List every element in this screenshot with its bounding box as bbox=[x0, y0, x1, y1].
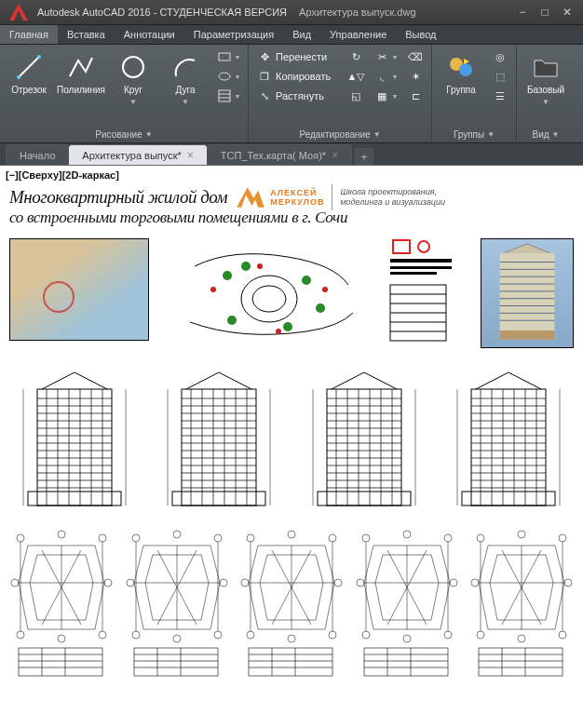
arc-icon bbox=[170, 52, 200, 82]
svg-line-0 bbox=[19, 57, 39, 77]
chevron-down-icon: ▼ bbox=[129, 98, 137, 106]
move-button[interactable]: ✥Перенести bbox=[252, 47, 342, 66]
explode-button[interactable]: ✶ bbox=[403, 67, 427, 86]
fillet-button[interactable]: ◟▾ bbox=[370, 67, 401, 86]
sheet-header: Многоквартирный жилой дом АЛЕКСЕЙМЕРКУЛО… bbox=[9, 184, 574, 210]
erase-icon: ⌫ bbox=[408, 49, 423, 64]
arc-button[interactable]: Дуга▼ bbox=[160, 47, 210, 107]
move-icon: ✥ bbox=[257, 49, 272, 64]
copy-button[interactable]: ❐Копировать bbox=[252, 67, 342, 86]
trim-icon: ✂ bbox=[374, 49, 389, 64]
group-edit-button[interactable]: ⬚ bbox=[488, 67, 512, 86]
floor-plan-1 bbox=[9, 527, 114, 685]
ungroup-button[interactable]: ◎ bbox=[488, 47, 512, 66]
group-button[interactable]: Группа bbox=[436, 47, 486, 96]
tab-view[interactable]: Вид bbox=[283, 25, 320, 44]
close-button[interactable]: ✕ bbox=[557, 4, 577, 20]
copy-icon: ❐ bbox=[257, 69, 272, 84]
chevron-down-icon: ▼ bbox=[182, 98, 189, 106]
new-tab-button[interactable]: + bbox=[355, 148, 373, 165]
hatch-button[interactable]: ▾ bbox=[212, 87, 244, 105]
app-logo-icon[interactable] bbox=[6, 2, 32, 22]
mirror-icon: ▲▽ bbox=[348, 69, 363, 84]
plans-row bbox=[9, 527, 574, 694]
svg-point-20 bbox=[322, 287, 328, 292]
line-button[interactable]: Отрезок bbox=[4, 47, 54, 96]
circle-icon bbox=[118, 52, 148, 82]
erase-button[interactable]: ⌫ bbox=[403, 47, 427, 66]
tab-document-1[interactable]: Архитектура выпуск*× bbox=[68, 144, 207, 165]
panel-draw: Отрезок Полилиния Круг▼ Дуга▼ ▾ ▾ ▾ Рисо… bbox=[0, 45, 249, 142]
tagline: Школа проектирования, моделинга и визуал… bbox=[340, 187, 461, 208]
polyline-button[interactable]: Полилиния bbox=[56, 47, 106, 96]
trim-button[interactable]: ✂▾ bbox=[370, 47, 401, 66]
stretch-button[interactable]: ⤡Растянуть bbox=[252, 87, 342, 105]
ribbon-tabs: Главная Вставка Аннотации Параметризация… bbox=[0, 24, 583, 45]
floor-plan-5 bbox=[469, 527, 574, 685]
panel-label-modify[interactable]: Редактирование▼ bbox=[252, 127, 427, 142]
floor-plan-4 bbox=[355, 527, 459, 685]
scale-button[interactable]: ◱ bbox=[344, 87, 368, 105]
elevation-4 bbox=[443, 361, 574, 515]
close-icon[interactable]: × bbox=[187, 149, 194, 162]
titlebar: Autodesk AutoCAD 2016 - СТУДЕНЧЕСКАЯ ВЕР… bbox=[0, 0, 583, 24]
rectangle-button[interactable]: ▾ bbox=[212, 47, 244, 66]
panel-label-draw[interactable]: Рисование▼ bbox=[4, 127, 244, 142]
floor-plan-2 bbox=[125, 527, 229, 685]
mirror-button[interactable]: ▲▽ bbox=[344, 67, 368, 86]
svg-point-17 bbox=[227, 316, 237, 325]
elevations-row bbox=[9, 361, 574, 519]
tab-output[interactable]: Вывод bbox=[396, 25, 445, 44]
tab-document-2[interactable]: ТСП_Тех.карта( Моя)*× bbox=[207, 144, 352, 165]
panel-view: Базовый▼ Вид▼ bbox=[517, 45, 575, 142]
legend-block bbox=[388, 238, 454, 350]
ellipse-button[interactable]: ▾ bbox=[212, 67, 244, 86]
maximize-button[interactable]: □ bbox=[535, 4, 555, 20]
tab-insert[interactable]: Вставка bbox=[58, 25, 115, 44]
svg-rect-25 bbox=[390, 259, 452, 263]
group-icon bbox=[446, 52, 476, 82]
svg-point-19 bbox=[210, 287, 216, 292]
array-button[interactable]: ▦▾ bbox=[370, 87, 401, 105]
site-plan bbox=[176, 238, 362, 348]
panel-label-view[interactable]: Вид▼ bbox=[521, 127, 571, 142]
svg-point-21 bbox=[257, 263, 263, 269]
polyline-icon bbox=[66, 52, 96, 82]
circle-button[interactable]: Круг▼ bbox=[108, 47, 158, 107]
tab-annotations[interactable]: Аннотации bbox=[115, 25, 184, 44]
minimize-button[interactable]: − bbox=[512, 4, 533, 20]
group-manager-button[interactable]: ☰ bbox=[488, 87, 512, 105]
svg-point-15 bbox=[302, 276, 311, 285]
rotate-button[interactable]: ↻ bbox=[344, 47, 368, 66]
elevation-2 bbox=[154, 361, 284, 515]
tab-parametric[interactable]: Параметризация bbox=[184, 25, 283, 44]
drawing-canvas[interactable]: [−][Сверху][2D-каркас] Многоквартирный ж… bbox=[0, 166, 583, 728]
svg-point-10 bbox=[459, 63, 472, 76]
ungroup-icon: ◎ bbox=[493, 49, 508, 64]
svg-point-13 bbox=[223, 271, 232, 280]
project-title: Многоквартирный жилой дом bbox=[9, 187, 227, 208]
rectangle-icon bbox=[217, 49, 232, 64]
tab-manage[interactable]: Управление bbox=[320, 25, 396, 44]
tab-start[interactable]: Начало bbox=[6, 144, 69, 165]
base-view-button[interactable]: Базовый▼ bbox=[521, 47, 571, 107]
panel-label-groups[interactable]: Группы▼ bbox=[436, 127, 512, 142]
svg-rect-34 bbox=[500, 253, 555, 340]
plan-row bbox=[9, 238, 574, 350]
svg-rect-6 bbox=[219, 90, 230, 101]
close-icon[interactable]: × bbox=[332, 149, 338, 162]
svg-point-2 bbox=[37, 55, 41, 59]
offset-button[interactable]: ⊏ bbox=[403, 87, 427, 105]
tab-home[interactable]: Главная bbox=[0, 25, 58, 44]
array-icon: ▦ bbox=[374, 88, 389, 103]
stretch-icon: ⤡ bbox=[257, 88, 272, 103]
svg-point-3 bbox=[123, 57, 143, 77]
app-title: Autodesk AutoCAD 2016 - СТУДЕНЧЕСКАЯ ВЕР… bbox=[37, 7, 287, 18]
author-logo: АЛЕКСЕЙМЕРКУЛОВ bbox=[235, 184, 324, 210]
document-tabs: Начало Архитектура выпуск*× ТСП_Тех.карт… bbox=[0, 143, 583, 166]
fillet-icon: ◟ bbox=[374, 69, 389, 84]
panel-modify: ✥Перенести ❐Копировать ⤡Растянуть ↻ ▲▽ ◱… bbox=[249, 45, 432, 142]
viewport-label[interactable]: [−][Сверху][2D-каркас] bbox=[6, 169, 119, 181]
explode-icon: ✶ bbox=[408, 69, 423, 84]
svg-point-5 bbox=[219, 73, 230, 80]
